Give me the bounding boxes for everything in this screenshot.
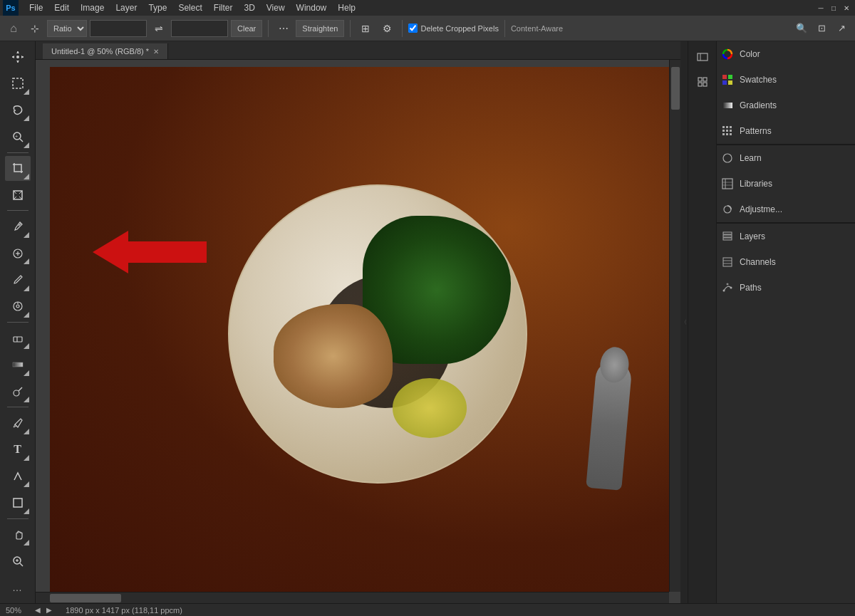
svg-text:+: + xyxy=(15,134,18,139)
tool-gradient[interactable] xyxy=(5,352,31,377)
tool-frame[interactable] xyxy=(5,182,31,207)
libraries-icon xyxy=(721,177,734,190)
panel-adjustments[interactable]: Adjustme... xyxy=(717,197,855,222)
minimize-button[interactable]: ─ xyxy=(815,2,826,14)
home-button[interactable]: ⌂ xyxy=(4,19,23,38)
learn-icon xyxy=(721,152,734,165)
tool-clone[interactable] xyxy=(5,294,31,319)
svg-rect-36 xyxy=(703,83,707,86)
document-tab[interactable]: Untitled-1 @ 50% (RGB/8) * ✕ xyxy=(43,43,168,59)
delete-cropped-checkbox[interactable] xyxy=(408,24,418,33)
panel-swatches[interactable]: Swatches xyxy=(717,67,855,93)
paths-label: Paths xyxy=(740,283,851,293)
tool-pen[interactable] xyxy=(5,410,31,435)
tool-extra[interactable]: … xyxy=(5,575,31,600)
right-icon-column xyxy=(688,41,716,603)
canvas-content xyxy=(36,60,669,592)
crop-tool-icon[interactable]: ⊹ xyxy=(26,20,44,37)
grid-icon[interactable]: ⊞ xyxy=(356,20,375,37)
delete-cropped-label[interactable]: Delete Cropped Pixels xyxy=(408,24,498,33)
width-input[interactable] xyxy=(90,20,147,37)
toolbar: + xyxy=(0,41,36,603)
settings-icon[interactable]: ⚙ xyxy=(378,20,396,37)
panel-paths[interactable]: Paths xyxy=(717,275,855,301)
svg-rect-44 xyxy=(726,126,728,128)
panel-learn[interactable]: Learn xyxy=(717,145,855,171)
menu-edit[interactable]: Edit xyxy=(49,1,74,14)
menu-image[interactable]: Image xyxy=(76,1,109,14)
menu-select[interactable]: Select xyxy=(173,1,207,14)
tool-move[interactable] xyxy=(5,44,31,69)
tab-close-button[interactable]: ✕ xyxy=(153,48,159,56)
panel-color[interactable]: Color xyxy=(717,41,855,67)
panel-channels[interactable]: Channels xyxy=(717,249,855,275)
svg-rect-40 xyxy=(722,80,727,85)
height-input[interactable] xyxy=(171,20,228,37)
close-button[interactable]: ✕ xyxy=(841,2,852,14)
adjustments-label: Adjustme... xyxy=(740,204,851,214)
straighten-icon[interactable]: ⋯ xyxy=(274,20,293,37)
tool-hand[interactable] xyxy=(5,522,31,547)
svg-point-19 xyxy=(16,305,19,308)
restore-button[interactable]: □ xyxy=(828,2,839,14)
svg-rect-46 xyxy=(722,130,725,132)
search-button[interactable]: 🔍 xyxy=(792,19,811,38)
tool-shape[interactable] xyxy=(5,490,31,515)
menu-filter[interactable]: Filter xyxy=(209,1,238,14)
tool-separator-3 xyxy=(7,322,28,323)
svg-rect-31 xyxy=(698,53,708,61)
tool-zoom[interactable] xyxy=(5,548,31,573)
panel-gradients[interactable]: Gradients xyxy=(717,93,855,118)
tool-healing[interactable] xyxy=(5,241,31,266)
panel-libraries[interactable]: Libraries xyxy=(717,171,855,197)
nav-next-button[interactable]: ▶ xyxy=(44,605,54,615)
tool-select-rect[interactable] xyxy=(5,71,31,95)
workspace-button[interactable]: ⊡ xyxy=(812,19,831,38)
horizontal-scrollbar[interactable] xyxy=(36,592,669,603)
nav-prev-button[interactable]: ◀ xyxy=(33,605,43,615)
horizontal-scroll-thumb[interactable] xyxy=(50,594,121,602)
status-bar: 50% ◀ ▶ 1890 px x 1417 px (118,11 ppcm) xyxy=(0,603,855,616)
svg-rect-35 xyxy=(698,83,702,86)
food-plate xyxy=(228,184,527,484)
share-button[interactable]: ↗ xyxy=(832,19,851,38)
tool-crop[interactable] xyxy=(5,156,31,181)
menu-help[interactable]: Help xyxy=(333,1,361,14)
straighten-button[interactable]: Straighten xyxy=(296,20,344,37)
menu-3d[interactable]: 3D xyxy=(239,1,259,14)
panel-toggle-button[interactable] xyxy=(691,46,714,68)
panel-collapse-strip[interactable]: 〈 xyxy=(680,41,688,603)
arrange-button[interactable] xyxy=(691,71,714,93)
right-panels: Color Swatches Gradients Patterns xyxy=(716,41,855,603)
tool-lasso[interactable] xyxy=(5,98,31,122)
tool-quick-select[interactable]: + xyxy=(5,124,31,149)
tool-eyedropper[interactable] xyxy=(5,214,31,239)
color-icon xyxy=(721,48,734,61)
tool-path-select[interactable] xyxy=(5,464,31,489)
svg-rect-34 xyxy=(703,78,707,81)
panel-patterns[interactable]: Patterns xyxy=(717,118,855,144)
libraries-label: Libraries xyxy=(740,179,851,189)
vertical-scrollbar[interactable] xyxy=(669,60,680,592)
svg-rect-59 xyxy=(723,235,732,237)
tool-eraser[interactable] xyxy=(5,325,31,350)
svg-rect-60 xyxy=(723,232,732,234)
svg-rect-38 xyxy=(722,75,727,79)
menu-type[interactable]: Type xyxy=(143,1,172,14)
swap-icon[interactable]: ⇌ xyxy=(150,20,168,37)
ratio-select[interactable]: Ratio xyxy=(47,20,87,37)
menu-layer[interactable]: Layer xyxy=(110,1,142,14)
clear-button[interactable]: Clear xyxy=(231,20,262,37)
panel-layers[interactable]: Layers xyxy=(717,224,855,249)
tool-separator-5 xyxy=(7,518,28,519)
layers-icon xyxy=(721,230,734,243)
tool-type[interactable]: T xyxy=(5,437,31,462)
tool-brush[interactable] xyxy=(5,267,31,292)
menu-view[interactable]: View xyxy=(261,1,290,14)
tool-dodge[interactable] xyxy=(5,379,31,404)
vertical-scroll-thumb[interactable] xyxy=(671,67,680,110)
svg-point-66 xyxy=(727,283,728,285)
menu-window[interactable]: Window xyxy=(291,1,332,14)
menu-file[interactable]: File xyxy=(24,1,48,14)
food-image xyxy=(50,67,669,592)
